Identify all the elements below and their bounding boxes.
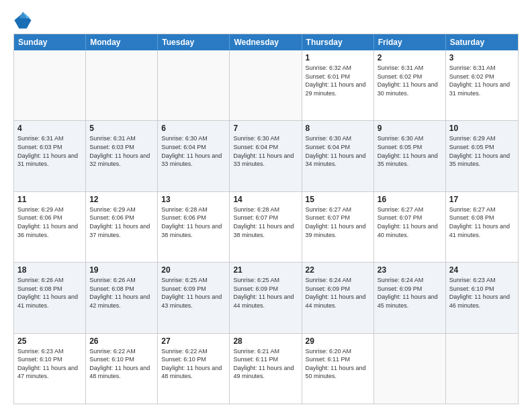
calendar-row: 25Sunrise: 6:23 AM Sunset: 6:10 PM Dayli… [14, 334, 518, 404]
cell-info: Sunrise: 6:30 AM Sunset: 6:04 PM Dayligh… [161, 134, 226, 168]
weekday-header: Thursday [302, 34, 374, 50]
calendar-body: 1Sunrise: 6:32 AM Sunset: 6:01 PM Daylig… [14, 50, 518, 404]
cell-info: Sunrise: 6:22 AM Sunset: 6:10 PM Dayligh… [161, 347, 226, 381]
page: SundayMondayTuesdayWednesdayThursdayFrid… [0, 0, 532, 411]
calendar-row: 1Sunrise: 6:32 AM Sunset: 6:01 PM Daylig… [14, 50, 518, 121]
calendar-cell: 9Sunrise: 6:30 AM Sunset: 6:05 PM Daylig… [374, 121, 446, 191]
cell-info: Sunrise: 6:23 AM Sunset: 6:10 PM Dayligh… [449, 276, 515, 310]
day-number: 9 [378, 124, 442, 133]
calendar-cell: 24Sunrise: 6:23 AM Sunset: 6:10 PM Dayli… [446, 263, 518, 332]
cell-info: Sunrise: 6:27 AM Sunset: 6:08 PM Dayligh… [449, 205, 515, 239]
cell-info: Sunrise: 6:30 AM Sunset: 6:05 PM Dayligh… [378, 134, 442, 168]
cell-info: Sunrise: 6:28 AM Sunset: 6:07 PM Dayligh… [233, 205, 298, 239]
day-number: 23 [378, 265, 442, 275]
calendar-row: 18Sunrise: 6:26 AM Sunset: 6:08 PM Dayli… [14, 263, 518, 333]
calendar-cell: 13Sunrise: 6:28 AM Sunset: 6:06 PM Dayli… [158, 192, 230, 262]
cell-info: Sunrise: 6:26 AM Sunset: 6:08 PM Dayligh… [89, 276, 154, 310]
cell-info: Sunrise: 6:23 AM Sunset: 6:10 PM Dayligh… [17, 347, 82, 381]
calendar-cell: 6Sunrise: 6:30 AM Sunset: 6:04 PM Daylig… [158, 121, 230, 191]
weekday-header: Monday [86, 34, 158, 50]
day-number: 29 [306, 336, 370, 346]
weekday-header: Wednesday [230, 34, 302, 50]
calendar-cell: 27Sunrise: 6:22 AM Sunset: 6:10 PM Dayli… [158, 334, 230, 404]
calendar-cell: 16Sunrise: 6:27 AM Sunset: 6:07 PM Dayli… [374, 192, 446, 262]
day-number: 1 [306, 53, 370, 62]
calendar-header: SundayMondayTuesdayWednesdayThursdayFrid… [14, 34, 518, 50]
cell-info: Sunrise: 6:21 AM Sunset: 6:11 PM Dayligh… [233, 347, 298, 381]
cell-info: Sunrise: 6:25 AM Sunset: 6:09 PM Dayligh… [161, 276, 226, 310]
logo [13, 11, 36, 30]
calendar-cell [86, 50, 158, 120]
calendar-cell [230, 50, 302, 120]
calendar-cell: 25Sunrise: 6:23 AM Sunset: 6:10 PM Dayli… [14, 334, 86, 404]
calendar-cell [14, 50, 86, 120]
calendar-cell: 18Sunrise: 6:26 AM Sunset: 6:08 PM Dayli… [14, 263, 86, 332]
day-number: 22 [306, 265, 370, 275]
calendar-cell: 29Sunrise: 6:20 AM Sunset: 6:11 PM Dayli… [302, 334, 374, 404]
cell-info: Sunrise: 6:31 AM Sunset: 6:02 PM Dayligh… [378, 64, 442, 97]
day-number: 3 [449, 53, 515, 62]
calendar-cell: 8Sunrise: 6:30 AM Sunset: 6:04 PM Daylig… [302, 121, 374, 191]
cell-info: Sunrise: 6:29 AM Sunset: 6:05 PM Dayligh… [449, 134, 515, 168]
calendar-cell: 20Sunrise: 6:25 AM Sunset: 6:09 PM Dayli… [158, 263, 230, 332]
cell-info: Sunrise: 6:30 AM Sunset: 6:04 PM Dayligh… [233, 134, 298, 168]
calendar-cell: 22Sunrise: 6:24 AM Sunset: 6:09 PM Dayli… [302, 263, 374, 332]
day-number: 14 [233, 195, 298, 204]
cell-info: Sunrise: 6:27 AM Sunset: 6:07 PM Dayligh… [306, 205, 370, 239]
cell-info: Sunrise: 6:31 AM Sunset: 6:02 PM Dayligh… [449, 64, 515, 97]
calendar-cell [446, 334, 518, 404]
cell-info: Sunrise: 6:28 AM Sunset: 6:06 PM Dayligh… [161, 205, 226, 239]
cell-info: Sunrise: 6:20 AM Sunset: 6:11 PM Dayligh… [306, 347, 370, 381]
day-number: 12 [89, 195, 154, 204]
cell-info: Sunrise: 6:29 AM Sunset: 6:06 PM Dayligh… [17, 205, 82, 239]
calendar-cell: 4Sunrise: 6:31 AM Sunset: 6:03 PM Daylig… [14, 121, 86, 191]
cell-info: Sunrise: 6:24 AM Sunset: 6:09 PM Dayligh… [378, 276, 442, 310]
cell-info: Sunrise: 6:27 AM Sunset: 6:07 PM Dayligh… [378, 205, 442, 239]
weekday-header: Sunday [14, 34, 86, 50]
calendar-cell: 14Sunrise: 6:28 AM Sunset: 6:07 PM Dayli… [230, 192, 302, 262]
day-number: 21 [233, 265, 298, 275]
calendar-cell: 10Sunrise: 6:29 AM Sunset: 6:05 PM Dayli… [446, 121, 518, 191]
weekday-header: Saturday [446, 34, 518, 50]
day-number: 19 [89, 265, 154, 275]
day-number: 7 [233, 124, 298, 133]
cell-info: Sunrise: 6:31 AM Sunset: 6:03 PM Dayligh… [89, 134, 154, 168]
day-number: 27 [161, 336, 226, 346]
day-number: 4 [17, 124, 82, 133]
day-number: 10 [449, 124, 515, 133]
cell-info: Sunrise: 6:29 AM Sunset: 6:06 PM Dayligh… [89, 205, 154, 239]
calendar-cell: 26Sunrise: 6:22 AM Sunset: 6:10 PM Dayli… [86, 334, 158, 404]
calendar-cell: 7Sunrise: 6:30 AM Sunset: 6:04 PM Daylig… [230, 121, 302, 191]
calendar-cell: 15Sunrise: 6:27 AM Sunset: 6:07 PM Dayli… [302, 192, 374, 262]
calendar-cell: 11Sunrise: 6:29 AM Sunset: 6:06 PM Dayli… [14, 192, 86, 262]
weekday-header: Friday [374, 34, 446, 50]
calendar-cell: 17Sunrise: 6:27 AM Sunset: 6:08 PM Dayli… [446, 192, 518, 262]
calendar-cell: 3Sunrise: 6:31 AM Sunset: 6:02 PM Daylig… [446, 50, 518, 120]
calendar-cell: 1Sunrise: 6:32 AM Sunset: 6:01 PM Daylig… [302, 50, 374, 120]
day-number: 5 [89, 124, 154, 133]
day-number: 26 [89, 336, 154, 346]
day-number: 17 [449, 195, 515, 204]
calendar-row: 4Sunrise: 6:31 AM Sunset: 6:03 PM Daylig… [14, 121, 518, 191]
calendar-cell [158, 50, 230, 120]
day-number: 18 [17, 265, 82, 275]
calendar-cell [374, 334, 446, 404]
calendar-cell: 2Sunrise: 6:31 AM Sunset: 6:02 PM Daylig… [374, 50, 446, 120]
day-number: 11 [17, 195, 82, 204]
day-number: 6 [161, 124, 226, 133]
day-number: 25 [17, 336, 82, 346]
calendar-cell: 12Sunrise: 6:29 AM Sunset: 6:06 PM Dayli… [86, 192, 158, 262]
calendar: SundayMondayTuesdayWednesdayThursdayFrid… [13, 34, 519, 404]
cell-info: Sunrise: 6:22 AM Sunset: 6:10 PM Dayligh… [89, 347, 154, 381]
day-number: 13 [161, 195, 226, 204]
calendar-cell: 21Sunrise: 6:25 AM Sunset: 6:09 PM Dayli… [230, 263, 302, 332]
calendar-cell: 23Sunrise: 6:24 AM Sunset: 6:09 PM Dayli… [374, 263, 446, 332]
day-number: 8 [306, 124, 370, 133]
calendar-cell: 19Sunrise: 6:26 AM Sunset: 6:08 PM Dayli… [86, 263, 158, 332]
cell-info: Sunrise: 6:24 AM Sunset: 6:09 PM Dayligh… [306, 276, 370, 310]
day-number: 15 [306, 195, 370, 204]
cell-info: Sunrise: 6:26 AM Sunset: 6:08 PM Dayligh… [17, 276, 82, 310]
weekday-header: Tuesday [158, 34, 230, 50]
day-number: 16 [378, 195, 442, 204]
calendar-row: 11Sunrise: 6:29 AM Sunset: 6:06 PM Dayli… [14, 192, 518, 263]
